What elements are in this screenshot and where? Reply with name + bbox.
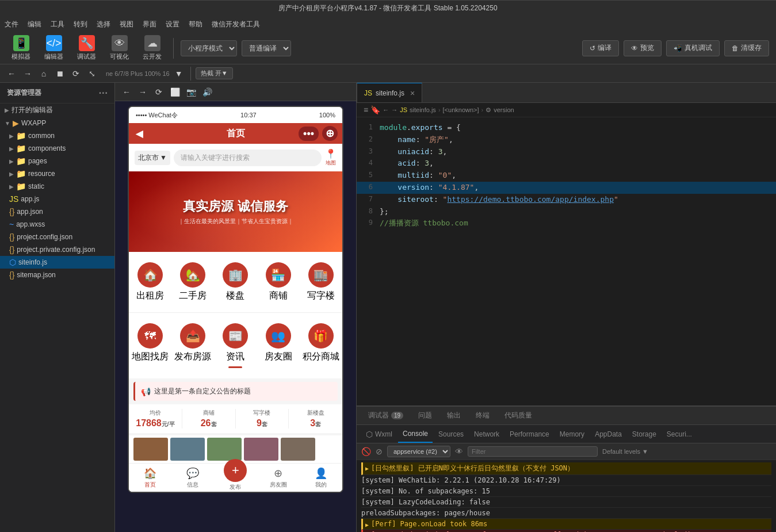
refresh2-btn[interactable]: ⟳ — [69, 67, 83, 81]
line-content-4[interactable]: acid: 3, — [380, 158, 776, 170]
phone-camera-btn[interactable]: 📷 — [184, 85, 198, 99]
preview-btn[interactable]: 👁 预览 — [624, 40, 662, 56]
nav-publish[interactable]: + 发布 — [214, 464, 257, 492]
expand-btn[interactable]: ⤡ — [85, 67, 99, 81]
folder-static[interactable]: ▶ 📁 static — [0, 180, 114, 193]
menu-view[interactable]: 视图 — [120, 20, 133, 29]
city-select[interactable]: 北京市 ▼ — [135, 151, 170, 165]
tab-console[interactable]: Console — [398, 425, 433, 443]
compile-select[interactable]: 普通编译 — [242, 40, 291, 56]
icon-shop[interactable]: 🏪 商铺 — [257, 258, 300, 307]
home-btn[interactable]: ⌂ — [37, 67, 51, 81]
icon-publish[interactable]: 📤 发布房源 — [171, 319, 214, 373]
console-filter-input[interactable] — [468, 446, 598, 457]
tab-memory[interactable]: Memory — [555, 425, 589, 443]
phone-back-btn[interactable]: ← — [120, 85, 133, 99]
tab-performance[interactable]: Performance — [505, 425, 554, 443]
phone-audio-btn[interactable]: 🔊 — [200, 85, 214, 99]
console-clear-icon[interactable]: 🚫 — [361, 447, 371, 456]
nav-home[interactable]: 🏠 首页 — [129, 464, 171, 492]
menu-settings[interactable]: 设置 — [166, 20, 179, 29]
line-content-6[interactable]: version: "4.1.87", — [380, 182, 776, 194]
file-siteinfo[interactable]: ⬡ siteinfo.js — [0, 256, 114, 269]
tab-storage[interactable]: Storage — [628, 425, 661, 443]
refresh-btn[interactable]: ↺ 编译 — [582, 40, 619, 56]
nav-friend-circle[interactable]: ⊕ 房友圈 — [257, 464, 300, 492]
tab-appdata[interactable]: AppData — [590, 425, 626, 443]
line-content-3[interactable]: uniacid: 3, — [380, 146, 776, 158]
tab-code-quality[interactable]: 代码质量 — [498, 407, 539, 424]
console-filter-icon[interactable]: ⊘ — [376, 447, 383, 456]
more-dots-icon[interactable]: ••• — [299, 127, 319, 141]
tab-output[interactable]: 输出 — [440, 407, 468, 424]
map-btn[interactable]: 📍 地图 — [325, 148, 337, 167]
file-app-wxss[interactable]: ~ app.wxss — [0, 218, 114, 231]
tab-sources[interactable]: Sources — [434, 425, 468, 443]
console-eye-icon[interactable]: 👁 — [455, 447, 463, 456]
file-app-js[interactable]: JS app.js — [0, 193, 114, 205]
file-app-json[interactable]: {} app.json — [0, 205, 114, 218]
menu-wechat-dev[interactable]: 微信开发者工具 — [212, 20, 260, 29]
icon-office[interactable]: 🏬 写字楼 — [300, 258, 342, 307]
breadcrumb-back[interactable]: ← — [383, 106, 389, 113]
icon-second-hand[interactable]: 🏡 二手房 — [171, 258, 214, 307]
back-btn[interactable]: ← — [5, 67, 18, 81]
file-sitemap[interactable]: {} sitemap.json — [0, 269, 114, 281]
nav-info[interactable]: 💬 信息 — [171, 464, 214, 492]
icon-friend-circle[interactable]: 👥 房友圈 — [257, 319, 300, 373]
more-icon[interactable]: ⋯ — [98, 87, 108, 98]
stop-btn[interactable]: ⏹ — [53, 67, 67, 81]
debugger-btn[interactable]: 🔧 调试器 — [72, 33, 101, 63]
tab-security[interactable]: Securi... — [662, 425, 697, 443]
phone-scan-btn[interactable]: ⬜ — [168, 85, 182, 99]
menu-interface[interactable]: 界面 — [143, 20, 156, 29]
default-levels-btn[interactable]: Default levels ▼ — [602, 448, 648, 455]
file-project-config[interactable]: {} project.config.json — [0, 231, 114, 243]
menu-file[interactable]: 文件 — [5, 20, 18, 29]
line-content-9[interactable]: //播播资源 ttbobo.com — [380, 217, 776, 229]
line-content-8[interactable]: }; — [380, 206, 776, 218]
tab-network[interactable]: Network — [469, 425, 504, 443]
icon-building[interactable]: 🏢 楼盘 — [214, 258, 257, 307]
menu-help[interactable]: 帮助 — [189, 20, 202, 29]
menu-edit[interactable]: 编辑 — [28, 20, 41, 29]
nav-mine[interactable]: 👤 我的 — [300, 464, 342, 492]
tab-siteinfo[interactable]: JS siteinfo.js × — [357, 83, 422, 102]
search-input[interactable]: 请输入关键字进行搜索 — [174, 150, 322, 166]
menu-tools[interactable]: 工具 — [51, 20, 64, 29]
menu-select[interactable]: 选择 — [97, 20, 110, 29]
tab-close-icon[interactable]: × — [410, 89, 415, 98]
forward-btn[interactable]: → — [21, 67, 35, 81]
breadcrumb-forward[interactable]: → — [391, 106, 397, 113]
tab-wxml[interactable]: ⬡ Wxml — [361, 425, 397, 443]
phone-forward-btn[interactable]: → — [136, 85, 150, 99]
folder-components[interactable]: ▶ 📁 components — [0, 142, 114, 155]
line-content-1[interactable]: module.exports = { — [380, 122, 776, 134]
console-context-select[interactable]: appservice (#2) — [387, 446, 450, 457]
folder-pages[interactable]: ▶ 📁 pages — [0, 155, 114, 167]
cloud-btn[interactable]: ☁ 云开发 — [138, 33, 166, 63]
phone-refresh-btn[interactable]: ⟳ — [152, 85, 166, 99]
folder-common[interactable]: ▶ 📁 common — [0, 129, 114, 142]
wxapp-section[interactable]: ▼ ▶ WXAPP — [0, 117, 114, 129]
simulator-btn[interactable]: 📱 模拟器 — [7, 33, 35, 63]
remote-debug-btn[interactable]: 📲 真机调试 — [666, 40, 720, 56]
folder-resource[interactable]: ▶ 📁 resource — [0, 167, 114, 180]
clean-cache-btn[interactable]: 🗑 清缓存 — [724, 40, 769, 56]
icon-map-search[interactable]: 🗺 地图找房 — [129, 319, 171, 373]
icon-news[interactable]: 📰 资讯 — [214, 319, 257, 373]
file-project-private[interactable]: {} project.private.config.json — [0, 243, 114, 256]
open-editors-section[interactable]: ▶ 打开的编辑器 — [0, 104, 114, 117]
icon-points-shop[interactable]: 🎁 积分商城 — [300, 319, 342, 373]
tab-issues[interactable]: 问题 — [411, 407, 439, 424]
visualize-btn[interactable]: 👁 可视化 — [105, 33, 133, 63]
qr-icon[interactable]: ⊕ — [322, 126, 338, 141]
line-content-7[interactable]: siteroot: "https://demo.ttbobo.com/app/i… — [380, 194, 776, 206]
line-content-2[interactable]: name: "房产", — [380, 134, 776, 146]
line-content-5[interactable]: multiid: "0", — [380, 170, 776, 182]
menu-goto[interactable]: 转到 — [74, 20, 87, 29]
nav-add-btn[interactable]: + — [224, 459, 247, 482]
editor-btn[interactable]: </> 编辑器 — [40, 33, 68, 63]
tab-terminal[interactable]: 终端 — [469, 407, 496, 424]
icon-rental[interactable]: 🏠 出租房 — [129, 258, 171, 307]
